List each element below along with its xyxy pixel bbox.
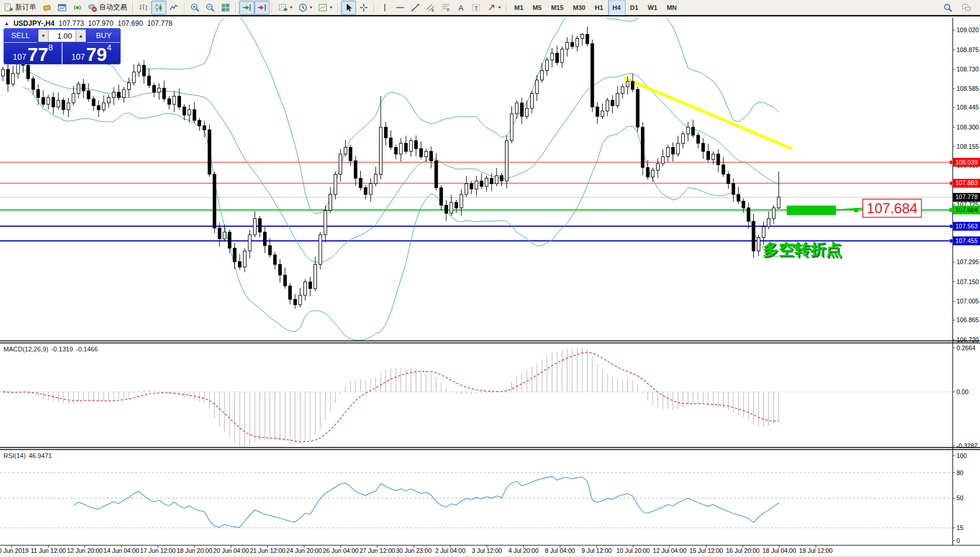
toolbar-group-chart-type [136, 1, 182, 15]
price-axis[interactable]: 109.020108.875108.730108.585108.445108.3… [950, 18, 980, 545]
auto-trading-button[interactable]: 自动交易 [85, 1, 130, 15]
search-button[interactable] [940, 1, 955, 15]
signals-button[interactable] [70, 1, 85, 15]
tile-windows-button[interactable] [218, 1, 233, 15]
cursor-button[interactable] [341, 1, 356, 15]
rsi-pane[interactable] [0, 473, 952, 528]
svg-text:T: T [474, 5, 478, 11]
sell-price-big: 77 [28, 47, 49, 63]
templates-button[interactable]: ▾ [315, 1, 335, 15]
tf-m30-button[interactable]: M30 [568, 0, 590, 16]
new-order-button[interactable]: 新订单 [1, 1, 39, 15]
time-axis-label: 9 Jul 12:00 [582, 547, 612, 554]
price-axis-label: 107.150 [957, 278, 979, 285]
time-axis-label: 8 Jul 04:00 [545, 547, 575, 554]
zoom-in-button[interactable] [187, 1, 203, 15]
dropdown-arrow-icon[interactable]: ▾ [330, 5, 332, 10]
tf-m5-button[interactable]: M5 [528, 0, 546, 16]
price-badge-label: 107.883 [955, 179, 978, 186]
bar-chart-button[interactable] [136, 1, 151, 15]
tf-w1-button[interactable]: W1 [643, 0, 663, 16]
green-zone-rect[interactable] [787, 206, 836, 215]
buy-price[interactable]: 107 79 4 [63, 43, 120, 64]
price-badge-label: 108.039 [955, 159, 978, 166]
time-axis-label: 2 Jul 04:00 [435, 547, 466, 554]
collapse-panel-icon[interactable]: ▲ [4, 20, 9, 26]
toolbar-separator [184, 2, 185, 13]
rsi-label: RSI(14) 46.9471 [4, 452, 52, 459]
new-order-label: 新订单 [15, 2, 36, 12]
annotation-text[interactable]: 多空转折点 [763, 241, 842, 258]
trend-line-icon [411, 3, 420, 12]
tf-d1-button[interactable]: D1 [626, 0, 643, 16]
text-button[interactable]: A [453, 1, 469, 15]
time-axis-label: 17 Jun 12:00 [140, 547, 176, 554]
svg-text:A: A [459, 3, 464, 12]
toolbar-group-insert: ▾▾▾ [275, 1, 335, 15]
chart-window[interactable]: 107.684多空转折点多空转折点109.020108.875108.73010… [0, 15, 980, 557]
chart-shift-icon [257, 3, 267, 12]
sell-price[interactable]: 107 77 8 [4, 43, 63, 64]
arrows-button[interactable]: ▾ [484, 1, 504, 15]
volume-input[interactable]: 1.00 [49, 29, 76, 42]
equidistant-channel-button[interactable]: E [423, 1, 438, 15]
horizontal-line-button[interactable] [392, 1, 408, 15]
time-axis-label: 21 Jun 12:00 [250, 547, 285, 554]
chart-shift-button[interactable] [254, 1, 269, 15]
trend-line-button[interactable] [408, 1, 423, 15]
time-axis-label: 30 Jun 23:00 [396, 547, 432, 554]
community-chat-button[interactable] [959, 1, 974, 15]
fibonacci-button[interactable]: F [438, 1, 453, 15]
text-label-button[interactable]: T [469, 1, 484, 15]
line-chart-button[interactable] [166, 1, 182, 15]
auto-trading-icon [88, 3, 97, 12]
tf-h1-button[interactable]: H1 [590, 0, 607, 16]
time-axis[interactable]: 10 Jun 201911 Jun 12:0012 Jun 20:0014 Ju… [0, 545, 980, 557]
sell-button[interactable]: SELL [4, 29, 37, 43]
dropdown-arrow-icon[interactable]: ▾ [498, 5, 501, 10]
tf-h4-button[interactable]: H4 [608, 0, 626, 16]
price-axis-label: 108.445 [957, 104, 979, 111]
auto-scroll-button[interactable] [239, 1, 254, 15]
volume-down-button[interactable]: ▼ [38, 29, 49, 42]
rsi-line [73, 477, 778, 528]
arrows-icon [487, 3, 496, 12]
rsi-axis-label: 100 [957, 452, 967, 459]
buy-price-big: 79 [86, 47, 107, 63]
price-callout[interactable]: 107.684 [836, 199, 921, 217]
candlestick-chart-button[interactable] [151, 1, 166, 15]
crosshair-button[interactable] [356, 1, 371, 15]
time-axis-label: 18 Jul 04:00 [763, 547, 796, 554]
toolbar-group-scroll [239, 1, 269, 15]
tf-m1-button[interactable]: M1 [510, 0, 528, 16]
volume-up-button[interactable]: ▲ [76, 29, 86, 42]
yellow-trendline[interactable] [624, 78, 792, 149]
main-price-pane[interactable]: 107.684多空转折点多空转折点 [0, 18, 952, 340]
vertical-line-button[interactable] [377, 1, 392, 15]
buy-button[interactable]: BUY [87, 29, 120, 43]
time-axis-label: 20 Jun 04:00 [213, 547, 249, 554]
dropdown-arrow-icon[interactable]: ▾ [310, 5, 312, 10]
new-chart-button[interactable] [54, 1, 70, 15]
price-badge-label: 107.684 [955, 206, 978, 213]
dropdown-arrow-icon[interactable]: ▾ [290, 5, 292, 10]
tf-m15-button[interactable]: M15 [547, 0, 568, 16]
bar-chart-icon [139, 3, 148, 12]
toolbar-separator [374, 2, 375, 13]
auto-trading-label: 自动交易 [99, 2, 127, 12]
horizontal-line-icon [395, 3, 405, 12]
text-icon: A [456, 3, 466, 12]
candles-layer [2, 27, 780, 309]
indicators-list-button[interactable]: ▾ [275, 1, 295, 15]
price-axis-label: 108.875 [957, 46, 979, 53]
macd-pane[interactable] [0, 347, 952, 447]
toolbar-separator [337, 2, 339, 13]
chart-canvas[interactable]: 107.684多空转折点多空转折点109.020108.875108.73010… [0, 18, 980, 557]
market-watch-button[interactable] [39, 1, 54, 15]
time-axis-label: 3 Jul 12:00 [472, 547, 503, 554]
toolbar-group-objects: EFAT▾ [377, 1, 504, 15]
tf-mn-button[interactable]: MN [662, 0, 681, 16]
periods-button[interactable]: ▾ [295, 1, 315, 15]
zoom-out-button[interactable] [203, 1, 218, 15]
sell-price-sup: 8 [49, 43, 53, 52]
